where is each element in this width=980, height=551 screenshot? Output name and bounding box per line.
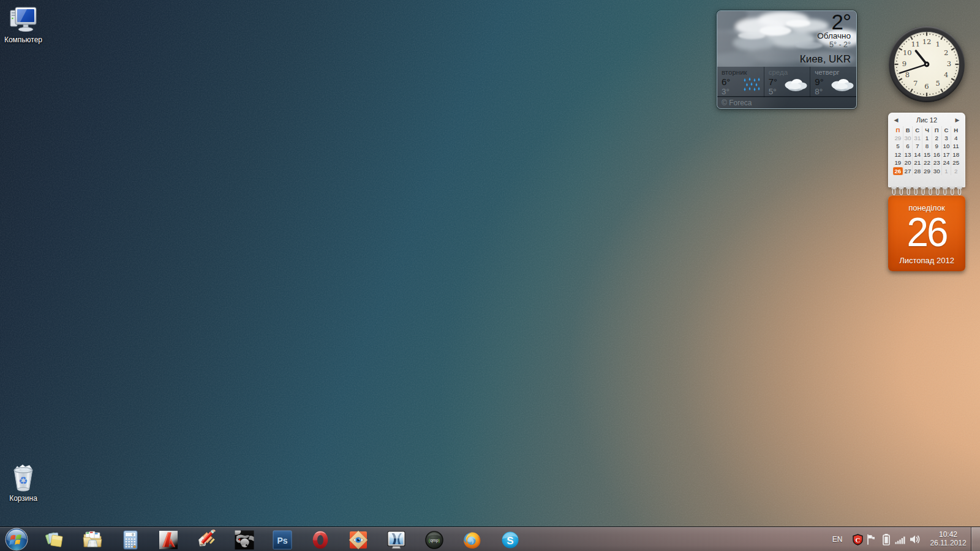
tray-comodo-shield-icon[interactable]: C: [851, 527, 864, 551]
clock-minute-hand: [900, 64, 929, 73]
calendar-day[interactable]: 8: [922, 142, 932, 150]
taskbar-app-rhinoceros[interactable]: [231, 528, 258, 551]
forecast-day-3[interactable]: четверг 9° 8°: [810, 67, 856, 97]
calendar-day[interactable]: 9: [932, 142, 941, 150]
calendar-day[interactable]: 29: [922, 167, 932, 175]
taskbar-app-qmp-player[interactable]: (qmp): [421, 528, 448, 551]
calendar-day[interactable]: 28: [912, 167, 922, 175]
calendar-month-label: Лис 12: [899, 116, 954, 124]
tray-action-center-flag-icon[interactable]: [865, 527, 877, 551]
calendar-gadget[interactable]: ◀ Лис 12 ▶ ПВСЧПСН2930311234567891011121…: [888, 113, 965, 271]
temp-range: 5° - 2°: [800, 40, 851, 49]
taskbar-app-faststone-viewer[interactable]: [345, 528, 372, 551]
weather-gadget[interactable]: 2° Облачно 5° - 2° Киев, UKR вторник 6° …: [717, 10, 857, 109]
current-condition: Облачно: [800, 31, 851, 40]
clock-gadget[interactable]: 123456789101112: [889, 26, 965, 102]
show-desktop-button[interactable]: [971, 527, 980, 551]
current-temp: 2°: [800, 12, 851, 31]
clouds-icon: [783, 77, 808, 92]
taskbar-app-firefox[interactable]: [459, 528, 486, 551]
calendar-weekday-header: В: [903, 126, 913, 134]
calendar-day-today[interactable]: 26: [893, 167, 903, 175]
taskbar-app-sketch-pencil[interactable]: [193, 528, 220, 551]
taskbar-app-photoshop[interactable]: Ps: [269, 528, 296, 551]
calendar-spiral-binding: [888, 187, 965, 196]
calendar-day[interactable]: 20: [903, 159, 913, 167]
start-button[interactable]: [5, 528, 28, 551]
calendar-weekday-header: С: [912, 126, 922, 134]
tray-clock[interactable]: 10:42 26.11.2012: [928, 527, 968, 551]
tearoff-day: 26: [890, 213, 963, 251]
calendar-day[interactable]: 15: [922, 151, 932, 159]
calendar-day[interactable]: 29: [893, 134, 903, 142]
calendar-day[interactable]: 31: [912, 134, 922, 142]
clock-dial: [889, 26, 965, 102]
calendar-day[interactable]: 30: [903, 134, 913, 142]
calendar-day[interactable]: 4: [951, 134, 960, 142]
calendar-day[interactable]: 25: [951, 159, 960, 167]
calendar-day[interactable]: 11: [951, 142, 960, 150]
calendar-day[interactable]: 7: [912, 142, 922, 150]
calendar-day[interactable]: 17: [941, 151, 951, 159]
photoshop-icon: Ps: [272, 530, 293, 550]
calendar-grid: ПВСЧПСН293031123456789101112131415161718…: [893, 126, 960, 175]
svg-text:(qmp): (qmp): [429, 538, 440, 543]
calendar-next-button[interactable]: ▶: [954, 117, 960, 123]
opera-icon: [310, 530, 331, 550]
calendar-day[interactable]: 13: [903, 151, 913, 159]
firefox-icon: [461, 529, 483, 551]
calendar-day[interactable]: 24: [941, 159, 951, 167]
tray-language-indicator[interactable]: EN: [830, 527, 845, 551]
forecast-day-2[interactable]: среда 7° 5°: [764, 67, 810, 97]
recycle-bin-icon: ♻: [9, 462, 38, 493]
calendar-day[interactable]: 3: [941, 134, 951, 142]
calendar-weekday-header: Ч: [922, 126, 932, 134]
calendar-day[interactable]: 2: [932, 134, 941, 142]
tray-network-signal-icon[interactable]: [894, 527, 907, 551]
calendar-day[interactable]: 14: [912, 151, 922, 159]
battery-icon: [882, 533, 891, 545]
calculator-icon: 0: [121, 530, 140, 550]
tray-battery-icon[interactable]: [880, 527, 892, 551]
taskbar-app-windows-explorer[interactable]: [79, 528, 106, 551]
calendar-day[interactable]: 5: [893, 142, 903, 150]
calendar-day[interactable]: 6: [903, 142, 913, 150]
sketch-pencil-icon: [196, 530, 217, 550]
rain-icon: [741, 77, 762, 95]
calendar-day[interactable]: 27: [903, 167, 913, 175]
tray-date: 26.11.2012: [928, 539, 968, 548]
calendar-day[interactable]: 23: [932, 159, 941, 167]
calendar-day[interactable]: 1: [941, 167, 951, 175]
forecast-day-name: среда: [769, 68, 810, 77]
calendar-day[interactable]: 10: [941, 142, 951, 150]
svg-text:S: S: [507, 535, 513, 547]
calendar-day[interactable]: 22: [922, 159, 932, 167]
taskbar-app-skype[interactable]: S: [497, 528, 524, 551]
calendar-day[interactable]: 2: [951, 167, 960, 175]
calendar-day[interactable]: 19: [893, 159, 903, 167]
desktop-icon-label: Компьютер: [0, 36, 47, 44]
volume-icon: [909, 534, 921, 545]
calendar-weekday-header: Н: [951, 126, 960, 134]
monitor-icon: [386, 530, 407, 550]
taskbar-app-autocad[interactable]: [155, 528, 182, 551]
forecast-day-1[interactable]: вторник 6° 3°: [717, 67, 764, 97]
calendar-day[interactable]: 16: [932, 151, 941, 159]
taskbar-app-monitor[interactable]: [383, 528, 410, 551]
calendar-day[interactable]: 18: [951, 151, 960, 159]
calendar-prev-button[interactable]: ◀: [893, 117, 899, 123]
desktop-icon-computer[interactable]: Компьютер: [0, 5, 47, 44]
calendar-day[interactable]: 1: [922, 134, 932, 142]
computer-icon: [9, 5, 38, 34]
taskbar-app-calculator[interactable]: 0: [117, 528, 144, 551]
forecast-row: вторник 6° 3° среда 7° 5°: [717, 67, 856, 97]
calendar-day[interactable]: 12: [893, 151, 903, 159]
calendar-day[interactable]: 21: [912, 159, 922, 167]
qmp-player-icon: (qmp): [424, 530, 445, 550]
calendar-day[interactable]: 30: [932, 167, 941, 175]
taskbar-app-opera[interactable]: [307, 528, 334, 551]
desktop-icon-recycle-bin[interactable]: ♻ Корзина: [0, 462, 47, 503]
taskbar-app-sticky-notes[interactable]: [41, 528, 68, 551]
weather-attribution: © Foreca: [717, 96, 856, 108]
tray-volume-icon[interactable]: [908, 527, 922, 551]
